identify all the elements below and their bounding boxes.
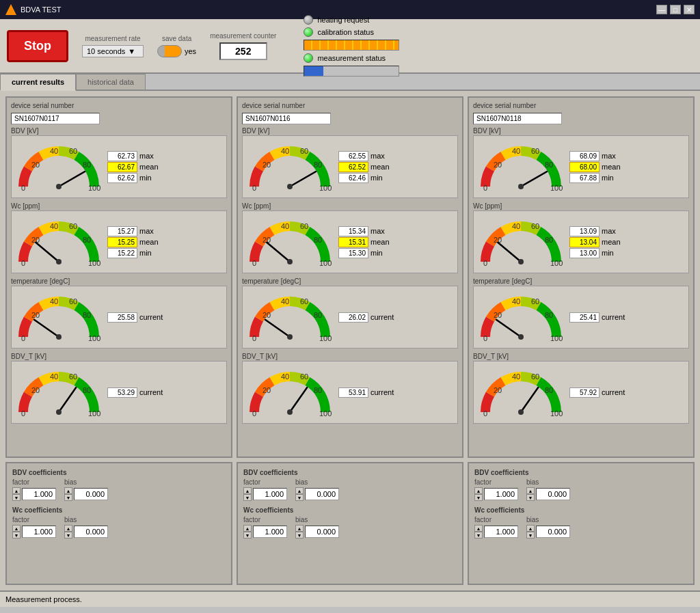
- wc-factor-input-0[interactable]: [22, 526, 56, 538]
- bdv-factor-spinbtns-0[interactable]: ▲ ▼: [12, 487, 21, 501]
- temp-gauge-svg-2: 0 20 40 60 80 100: [476, 289, 565, 345]
- bdv-bias-spinbtns-1[interactable]: ▲ ▼: [295, 487, 304, 501]
- svg-point-63: [287, 409, 293, 415]
- toggle-oval[interactable]: [157, 45, 182, 57]
- bdv-values-2: 68.09max 68.00mean 67.88min: [569, 151, 621, 183]
- stop-button[interactable]: Stop: [7, 30, 68, 62]
- wc-bias-down-0[interactable]: ▼: [64, 532, 72, 539]
- svg-line-78: [498, 243, 521, 262]
- wc-bias-spinbtns-0[interactable]: ▲ ▼: [64, 525, 72, 539]
- bdv-factor-down-0[interactable]: ▼: [12, 494, 21, 501]
- bdv-factor-spinbtns-2[interactable]: ▲ ▼: [474, 487, 483, 501]
- bdv-bias-up-2[interactable]: ▲: [526, 487, 535, 494]
- bdvt-gauge-0: 0 20 40 60 80 100 53.29current: [11, 361, 227, 424]
- bdv-gauge-2: 0 20 40 60 80 100 68.09max 68.00mean 67.…: [473, 135, 689, 198]
- bdv-factor-up-1[interactable]: ▲: [243, 487, 252, 494]
- device-serial-input-2[interactable]: [473, 113, 562, 124]
- wc-bias-spinbtns-2[interactable]: ▲ ▼: [526, 525, 535, 539]
- bdv-factor-down-1[interactable]: ▼: [243, 494, 252, 501]
- bdv-factor-up-0[interactable]: ▲: [12, 487, 21, 494]
- temp-current-2: 25.41: [569, 312, 600, 323]
- svg-text:20: 20: [31, 386, 40, 394]
- bdv-values-0: 62.73max 62.67mean 62.62min: [107, 151, 159, 183]
- close-button[interactable]: ✕: [684, 5, 695, 14]
- wc-bias-up-2[interactable]: ▲: [526, 525, 535, 532]
- bdv-bias-spinbtns-2[interactable]: ▲ ▼: [526, 487, 535, 501]
- svg-text:60: 60: [531, 147, 539, 155]
- svg-text:0: 0: [252, 184, 256, 192]
- bdv-bias-input-2[interactable]: [536, 488, 570, 500]
- svg-text:40: 40: [281, 222, 289, 230]
- measurement-counter-value: 252: [219, 42, 267, 60]
- device-serial-input-1[interactable]: [242, 113, 331, 124]
- svg-text:20: 20: [262, 161, 271, 169]
- tab-current-results[interactable]: current results: [0, 74, 76, 91]
- minimize-button[interactable]: —: [656, 5, 667, 14]
- bdv-bias-spinbtns-0[interactable]: ▲ ▼: [64, 487, 72, 501]
- maximize-button[interactable]: □: [670, 5, 681, 14]
- bdv-factor-up-2[interactable]: ▲: [474, 487, 483, 494]
- svg-text:100: 100: [319, 409, 332, 418]
- bdv-factor-down-2[interactable]: ▼: [474, 494, 483, 501]
- wc-bias-down-2[interactable]: ▼: [526, 532, 535, 539]
- bdv-bias-up-1[interactable]: ▲: [295, 487, 304, 494]
- measurement-rate-dropdown[interactable]: 10 seconds ▼: [82, 45, 144, 57]
- bdv-bias-down-0[interactable]: ▼: [64, 494, 72, 501]
- bdv-factor-group-1: factor ▲ ▼: [243, 478, 287, 501]
- wc-factor-up-1[interactable]: ▲: [243, 525, 252, 532]
- wc-factor-input-1[interactable]: [253, 526, 287, 538]
- wc-factor-up-0[interactable]: ▲: [12, 525, 21, 532]
- wc-factor-down-1[interactable]: ▼: [243, 532, 252, 539]
- svg-point-39: [287, 184, 293, 189]
- wc-bias-label-0: bias: [64, 516, 108, 523]
- svg-text:20: 20: [494, 386, 502, 394]
- bdv-min-1: 62.46: [338, 173, 368, 183]
- temp-gauge-0: 0 20 40 60 80 100 25.58current: [11, 286, 227, 349]
- wc-bias-spinbtns-1[interactable]: ▲ ▼: [295, 525, 304, 539]
- bdv-factor-label-2: factor: [474, 478, 518, 486]
- bdv-bias-down-2[interactable]: ▼: [526, 494, 535, 501]
- tab-historical-data[interactable]: historical data: [76, 74, 146, 90]
- bdv-bias-up-0[interactable]: ▲: [64, 487, 72, 494]
- wc-factor-down-2[interactable]: ▼: [474, 532, 483, 539]
- coeff-bdv-label-1: BDV coefficients: [243, 469, 457, 476]
- wc-min-0: 15.22: [107, 248, 137, 258]
- bdvt-gauge-svg-1: 0 20 40 60 80 100: [245, 364, 334, 420]
- bdv-factor-spin-0: ▲ ▼: [12, 487, 56, 501]
- device-serial-input-0[interactable]: [11, 113, 100, 124]
- coefficients-row: BDV coefficients factor ▲ ▼ bias: [5, 462, 695, 585]
- wc-factor-spinbtns-2[interactable]: ▲ ▼: [474, 525, 483, 539]
- calibration-status-label: calibration status: [317, 28, 374, 36]
- wc-factor-spinbtns-0[interactable]: ▲ ▼: [12, 525, 21, 539]
- svg-text:80: 80: [314, 386, 322, 394]
- bdv-factor-input-1[interactable]: [253, 488, 287, 500]
- wc-factor-up-2[interactable]: ▲: [474, 525, 483, 532]
- bdv-factor-input-2[interactable]: [484, 488, 518, 500]
- wc-factor-down-0[interactable]: ▼: [12, 532, 21, 539]
- bdvt-current-0: 53.29: [107, 387, 137, 398]
- wc-factor-spinbtns-1[interactable]: ▲ ▼: [243, 525, 252, 539]
- bdv-bias-input-1[interactable]: [305, 488, 339, 500]
- temp-gauge-2: 0 20 40 60 80 100 25.41current: [473, 286, 689, 349]
- bdv-bias-input-0[interactable]: [74, 488, 108, 500]
- bdv-bias-down-1[interactable]: ▼: [295, 494, 304, 501]
- wc-bias-down-1[interactable]: ▼: [295, 532, 304, 539]
- svg-text:60: 60: [69, 297, 77, 305]
- svg-text:40: 40: [512, 372, 520, 381]
- svg-text:60: 60: [69, 222, 77, 230]
- svg-line-54: [265, 320, 290, 337]
- wc-bias-input-0[interactable]: [74, 526, 108, 538]
- wc-factor-input-2[interactable]: [484, 526, 518, 538]
- bdv-factor-spinbtns-1[interactable]: ▲ ▼: [243, 487, 252, 501]
- bdv-factor-input-0[interactable]: [22, 488, 56, 500]
- wc-bias-input-2[interactable]: [536, 526, 570, 538]
- device-panel-1: device serial number BDV [kV] 0 20 40 60…: [237, 96, 463, 458]
- bdvt-label-2: BDV_T [kV]: [473, 353, 689, 360]
- wc-bias-up-0[interactable]: ▲: [64, 525, 72, 532]
- save-data-toggle[interactable]: yes: [157, 45, 196, 57]
- measurement-counter-label: measurement counter: [210, 32, 276, 40]
- wc-bias-up-1[interactable]: ▲: [295, 525, 304, 532]
- temp-current-0: 25.58: [107, 312, 137, 323]
- wc-bias-input-1[interactable]: [305, 526, 339, 538]
- svg-text:80: 80: [545, 236, 553, 244]
